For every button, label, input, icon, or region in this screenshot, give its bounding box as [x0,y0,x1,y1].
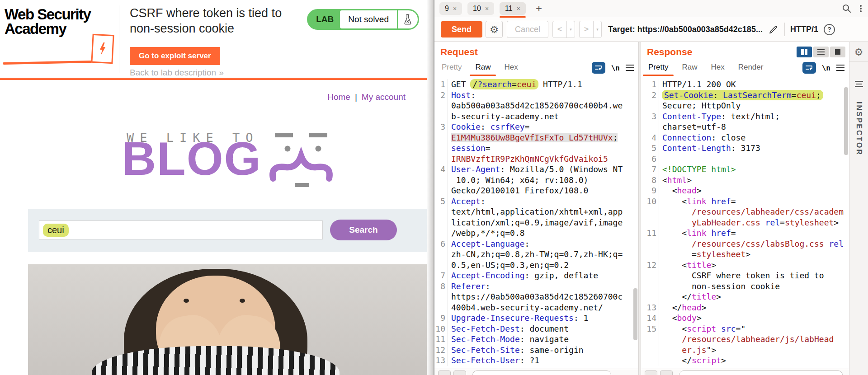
logo-underline-stroke [3,61,92,65]
new-tab-button[interactable]: + [536,3,542,14]
code-line: /resources/labheader/js/labHead [641,334,848,345]
code-line: 7Accept-Encoding: gzip, deflate [434,270,637,281]
target-url: Target: https://0ab500a003a85d42c185... [608,25,763,34]
photo-eye-right [240,299,245,303]
repeater-tab-9[interactable]: 9 × [439,2,462,15]
layout-single-icon[interactable] [830,47,845,57]
search-next-button[interactable] [453,370,466,375]
http-version-selector[interactable]: HTTP/1 [790,25,818,34]
tab-label: 10 [473,5,481,13]
back-to-lab-description-link[interactable]: Back to lab description» [130,68,223,78]
code-line: 1HTTP/1.1 200 OK [641,79,848,90]
search-button[interactable]: Search [330,220,397,240]
close-icon[interactable]: × [517,5,520,12]
blog-site-nav: Home|My account [327,92,406,102]
tab-raw[interactable]: Raw [682,63,697,72]
lab-status-text: Not solved [340,14,397,24]
settings-gear-icon[interactable]: ⚙ [849,47,868,58]
logo-line2: Academy [5,22,90,36]
inspector-divider [849,61,868,62]
kebab-menu-icon[interactable] [860,4,862,13]
nav-separator: | [355,92,357,102]
send-button[interactable]: Send [441,21,482,38]
layout-rows-icon[interactable] [813,47,829,57]
search-icon[interactable] [842,4,852,14]
lab-title-line2: non-session cookie [130,21,282,36]
code-line: Gecko/20100101 Firefox/108.0 [434,185,637,196]
close-icon[interactable]: × [453,5,457,12]
tab-raw[interactable]: Raw [475,63,491,72]
word-wrap-icon[interactable] [802,62,816,74]
cancel-button[interactable]: Cancel [507,21,548,38]
web-security-academy-logo: Web Security Academy [5,7,90,36]
tab-render[interactable]: Render [738,63,764,72]
send-settings-gear-icon[interactable]: ⚙ [486,21,503,38]
code-line: 3Cookie: csrfKey= [434,122,637,132]
code-line: text/html,application/xhtml+xml,app [434,206,637,217]
response-pane: Response Pretty Raw Hex Render \n 1HTTP/… [641,42,849,375]
show-newlines-icon[interactable]: \n [822,64,830,72]
back-dropdown-icon[interactable]: ▾ [566,21,575,38]
lightning-bolt-icon [91,34,114,64]
lab-header: Web Security Academy CSRF where token is… [0,0,434,78]
code-line: 15 <script src=" [641,323,848,334]
word-wrap-icon[interactable] [592,62,605,74]
history-forward-button[interactable]: > ▾ [579,21,602,38]
response-scrollbar-thumb[interactable] [844,87,848,155]
code-line: 14 <body> [641,313,848,323]
nav-my-account-link[interactable]: My account [362,92,406,102]
request-scrollbar-thumb[interactable] [633,288,637,340]
back-arrow-glyph: < [553,21,566,38]
tab-hex[interactable]: Hex [711,63,724,72]
lab-title-line1: CSRF where token is tied to [130,5,282,21]
code-line: 13Sec-Fetch-User: ?1 [434,355,637,366]
response-view-tabs: Pretty Raw Hex Render [648,63,763,72]
close-icon[interactable]: × [485,5,489,12]
code-line: non-session cookie [641,281,848,292]
request-pane-title: Request [440,47,478,57]
editor-menu-icon[interactable] [836,65,844,71]
code-line: session= [434,143,637,154]
repeater-tab-bar: 9 × 10 × 11 × + [434,0,868,17]
nav-home-link[interactable]: Home [327,92,350,102]
help-icon[interactable]: ? [824,24,835,35]
repeater-tab-11[interactable]: 11 × [500,2,526,15]
toolbar-divider [784,23,785,36]
code-line: =stylesheet> [641,249,848,260]
editor-menu-icon[interactable] [626,65,634,71]
inspector-strip[interactable]: ⚙ INSPECTOR [849,42,868,375]
search-prev-button[interactable] [438,370,451,375]
tab-hex[interactable]: Hex [504,63,518,72]
repeater-tab-10[interactable]: 10 × [467,2,494,15]
search-field[interactable] [472,370,611,375]
search-input[interactable]: ceui [39,220,323,239]
inspector-collapse-icon[interactable] [855,81,863,87]
search-next-button[interactable] [660,370,673,375]
inspector-label: INSPECTOR [855,102,863,156]
go-to-exploit-server-button[interactable]: Go to exploit server [130,47,220,65]
back-link-label: Back to lab description [130,68,216,77]
history-back-button[interactable]: < ▾ [552,21,575,38]
response-editor[interactable]: 1HTTP/1.1 200 OK2Set-Cookie: LastSearchT… [641,79,848,369]
code-line: 11Sec-Fetch-Mode: navigate [434,334,637,345]
response-search-bar [641,369,849,375]
code-line: 8Referer: [434,281,637,292]
edit-target-pencil-icon[interactable] [768,24,779,35]
forward-dropdown-icon[interactable]: ▾ [593,21,601,38]
code-line: 12 <title> [641,260,848,271]
request-editor[interactable]: 1GET /?search=ceui HTTP/1.12Host:0ab500a… [434,79,637,369]
code-line: 10.0; Win64; x64; rv:108.0) [434,175,637,186]
code-line: 2Host: [434,90,637,101]
tab-pretty[interactable]: Pretty [648,63,668,72]
message-panes: Request Pretty Raw Hex \n 1GET /?search=… [434,42,868,375]
browser-scrollbar[interactable] [427,0,434,375]
request-view-tabs: Pretty Raw Hex [442,63,518,72]
blog-logo: WE LIKE TO BLOG [122,128,344,205]
search-prev-button[interactable] [645,370,657,375]
search-field[interactable] [679,370,843,375]
show-newlines-icon[interactable]: \n [611,64,620,72]
code-line: zh-CN,zh;q=0.8,zh-TW;q=0.7,zh-HK;q= [434,249,637,260]
tab-pretty[interactable]: Pretty [442,63,462,72]
code-line: CSRF where token is tied to [641,270,848,281]
layout-columns-icon[interactable] [797,47,812,57]
